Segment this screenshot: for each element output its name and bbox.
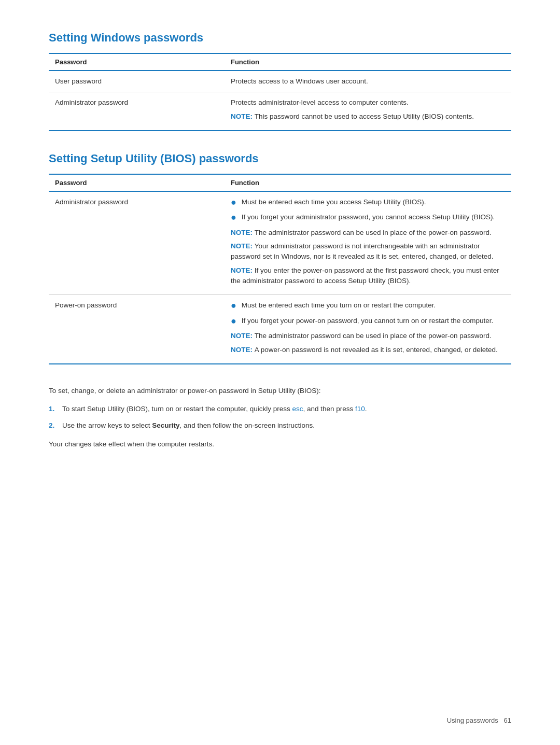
password-cell: Power-on password	[49, 295, 225, 364]
bios-passwords-table: Password Function Administrator password…	[49, 174, 511, 364]
bullet-text: Must be entered each time you turn on or…	[242, 300, 436, 311]
list-item: ●If you forget your power-on password, y…	[231, 316, 505, 327]
note-block: NOTE: The administrator password can be …	[231, 331, 505, 341]
table-header-row: Password Function	[49, 53, 511, 71]
function-text: Protects administrator-level access to c…	[231, 97, 505, 108]
bullet-icon: ●	[231, 197, 236, 208]
table-row: Administrator passwordProtects administr…	[49, 92, 511, 131]
note-label: NOTE:	[231, 229, 255, 236]
note-label: NOTE:	[231, 242, 255, 250]
body-content: To set, change, or delete an administrat…	[49, 385, 511, 449]
section-windows-passwords: Setting Windows passwords Password Funct…	[49, 31, 511, 131]
bios-col-function-header: Function	[225, 174, 511, 191]
list-item: ●Must be entered each time you access Se…	[231, 197, 505, 208]
password-cell: Administrator password	[49, 92, 225, 131]
step-2-text: Use the arrow keys to select Security, a…	[62, 420, 315, 431]
note-block: NOTE: The administrator password can be …	[231, 228, 505, 238]
bullet-list: ●Must be entered each time you turn on o…	[231, 300, 505, 327]
bios-passwords-table-container: Password Function Administrator password…	[49, 174, 511, 364]
bullet-text: Must be entered each time you access Set…	[242, 197, 426, 207]
windows-passwords-table-container: Password Function User passwordProtects …	[49, 53, 511, 131]
security-bold: Security	[152, 421, 179, 429]
note-label: NOTE:	[231, 332, 255, 340]
password-cell: Administrator password	[49, 191, 225, 295]
note-label: NOTE:	[231, 346, 255, 354]
bullet-icon: ●	[231, 300, 236, 312]
bios-table-header-row: Password Function	[49, 174, 511, 191]
function-cell: Protects access to a Windows user accoun…	[225, 71, 511, 92]
step-2: 2. Use the arrow keys to select Security…	[49, 420, 511, 431]
section2-title: Setting Setup Utility (BIOS) passwords	[49, 152, 511, 165]
step-1: 1. To start Setup Utility (BIOS), turn o…	[49, 403, 511, 415]
list-item: ●If you forget your administrator passwo…	[231, 212, 505, 223]
windows-passwords-table: Password Function User passwordProtects …	[49, 53, 511, 131]
note-block: NOTE: This password cannot be used to ac…	[231, 111, 505, 122]
page-footer: Using passwords 61	[447, 716, 511, 724]
bullet-icon: ●	[231, 316, 236, 327]
step-1-text: To start Setup Utility (BIOS), turn on o…	[62, 403, 367, 415]
section-bios-passwords: Setting Setup Utility (BIOS) passwords P…	[49, 152, 511, 364]
list-item: ●Must be entered each time you turn on o…	[231, 300, 505, 312]
section1-title: Setting Windows passwords	[49, 31, 511, 45]
step-1-num: 1.	[49, 403, 58, 415]
note-label: NOTE:	[231, 266, 255, 274]
password-cell: User password	[49, 71, 225, 92]
intro-paragraph: To set, change, or delete an administrat…	[49, 385, 511, 397]
step-2-num: 2.	[49, 420, 58, 431]
bios-col-password-header: Password	[49, 174, 225, 191]
bullet-icon: ●	[231, 212, 236, 223]
note-block: NOTE: Your administrator password is not…	[231, 241, 505, 262]
function-cell: Protects administrator-level access to c…	[225, 92, 511, 131]
bullet-text: If you forget your power-on password, yo…	[242, 316, 494, 326]
bullet-list: ●Must be entered each time you access Se…	[231, 197, 505, 223]
col-function-header: Function	[225, 53, 511, 71]
col-password-header: Password	[49, 53, 225, 71]
closing-paragraph: Your changes take effect when the comput…	[49, 439, 511, 450]
f10-link: f10	[355, 405, 365, 413]
footer-text: Using passwords 61	[447, 716, 511, 724]
note-label: NOTE:	[231, 113, 255, 120]
table-row: Administrator password●Must be entered e…	[49, 191, 511, 295]
function-text: Protects access to a Windows user accoun…	[231, 76, 505, 87]
steps-list: 1. To start Setup Utility (BIOS), turn o…	[49, 403, 511, 431]
esc-link: esc	[292, 405, 303, 413]
note-block: NOTE: If you enter the power-on password…	[231, 265, 505, 287]
function-cell: ●Must be entered each time you access Se…	[225, 191, 511, 295]
note-block: NOTE: A power-on password is not reveale…	[231, 345, 505, 355]
table-row: User passwordProtects access to a Window…	[49, 71, 511, 92]
function-cell: ●Must be entered each time you turn on o…	[225, 295, 511, 364]
table-row: Power-on password●Must be entered each t…	[49, 295, 511, 364]
bullet-text: If you forget your administrator passwor…	[242, 212, 495, 222]
